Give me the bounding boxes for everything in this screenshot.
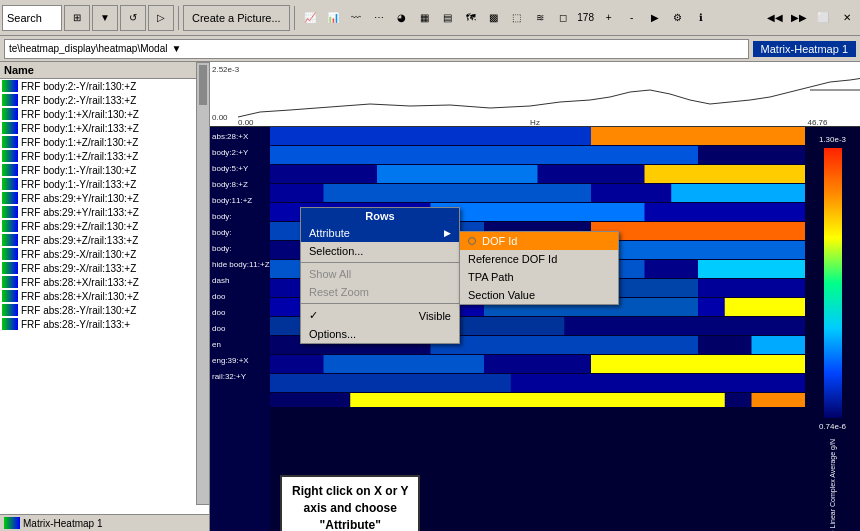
path-dropdown-icon[interactable]: ▼ bbox=[171, 43, 181, 54]
context-menu-overlay: Rows Attribute ▶ Selection... Show All bbox=[300, 207, 460, 344]
panel-footer: Matrix-Heatmap 1 bbox=[0, 514, 209, 531]
list-item-12[interactable]: FRF abs:29:-X/rail:130:+Z bbox=[0, 247, 209, 261]
grid-view-btn[interactable]: ⊞ bbox=[64, 5, 90, 31]
list-item-0[interactable]: FRF body:2:-Y/rail:130:+Z bbox=[0, 79, 209, 93]
y-label-8: hide body:11:+Z bbox=[210, 257, 270, 273]
maximize-btn[interactable]: ⬜ bbox=[812, 7, 834, 29]
list-item-icon-14 bbox=[2, 276, 18, 288]
menu-item-reset-zoom-label: Reset Zoom bbox=[309, 286, 369, 298]
list-item-13[interactable]: FRF abs:29:-X/rail:133:+Z bbox=[0, 261, 209, 275]
list-item-17[interactable]: FRF abs:28:-Y/rail:133:+ bbox=[0, 317, 209, 331]
zoom-level-btn[interactable]: 178 bbox=[575, 7, 597, 29]
map-icon-btn[interactable]: 🗺 bbox=[460, 7, 482, 29]
scatter-icon-btn[interactable]: ⋯ bbox=[368, 7, 390, 29]
list-item-8[interactable]: FRF abs:29:+Y/rail:130:+Z bbox=[0, 191, 209, 205]
rows-menu-title: Rows bbox=[301, 208, 459, 224]
zoom-out-btn[interactable]: - bbox=[621, 7, 643, 29]
annotation-box: Right click on X or Y axis and choose "A… bbox=[280, 475, 420, 531]
submenu-item-section-value[interactable]: Section Value bbox=[460, 286, 618, 304]
svg-rect-35 bbox=[270, 374, 511, 392]
heatmap-main[interactable]: rail:130:+Z rail:133:+Z Right click on X… bbox=[270, 127, 805, 531]
dropdown-arrow-btn[interactable]: ▼ bbox=[92, 5, 118, 31]
y-label-4: body:11:+Z bbox=[210, 193, 270, 209]
list-item-label-16: FRF abs:28:-Y/rail:130:+Z bbox=[21, 305, 136, 316]
path-box[interactable]: te\heatmap_display\heatmap\Modal ▼ bbox=[4, 39, 749, 59]
freq-hz-label: Hz bbox=[530, 118, 540, 126]
play-btn[interactable]: ▶ bbox=[644, 7, 666, 29]
list-item-9[interactable]: FRF abs:29:+Y/rail:133:+Z bbox=[0, 205, 209, 219]
svg-rect-10 bbox=[671, 184, 805, 202]
scrollbar-thumb[interactable] bbox=[199, 65, 207, 105]
list-item-3[interactable]: FRF body:1:+X/rail:133:+Z bbox=[0, 121, 209, 135]
heatmap-container: abs:28:+Xbody:2:+Ybody:5:+Ybody:8:+Zbody… bbox=[210, 127, 860, 531]
bar-chart-icon-btn[interactable]: 📊 bbox=[322, 7, 344, 29]
list-item-7[interactable]: FRF body:1:-Y/rail:133:+Z bbox=[0, 177, 209, 191]
list-item-5[interactable]: FRF body:1:+Z/rail:133:+Z bbox=[0, 149, 209, 163]
3d-icon-btn[interactable]: ◻ bbox=[552, 7, 574, 29]
heatmap-icon-btn[interactable]: ▩ bbox=[483, 7, 505, 29]
y-label-9: dash bbox=[210, 273, 270, 289]
list-item-icon-3 bbox=[2, 122, 18, 134]
svg-rect-37 bbox=[350, 393, 725, 407]
scrollbar-vertical[interactable] bbox=[196, 62, 210, 505]
nav-left-btn[interactable]: ◀◀ bbox=[764, 7, 786, 29]
list-item-icon-13 bbox=[2, 262, 18, 274]
toolbar-icons: 📈 📊 〰 ⋯ ◕ ▦ ▤ 🗺 ▩ ⬚ ≋ ◻ 178 + - ▶ ⚙ ℹ bbox=[299, 7, 712, 29]
colorbar-bottom-label: 0.74e-6 bbox=[819, 422, 846, 431]
submenu-item-dof-id[interactable]: DOF Id bbox=[460, 232, 618, 250]
list-item-11[interactable]: FRF abs:29:+Z/rail:133:+Z bbox=[0, 233, 209, 247]
list-item-icon-5 bbox=[2, 150, 18, 162]
list-item-label-13: FRF abs:29:-X/rail:133:+Z bbox=[21, 263, 136, 274]
waterfall-icon-btn[interactable]: ≋ bbox=[529, 7, 551, 29]
refresh-btn[interactable]: ↺ bbox=[120, 5, 146, 31]
area-chart-icon-btn[interactable]: 〰 bbox=[345, 7, 367, 29]
main-content: Name FRF body:2:-Y/rail:130:+ZFRF body:2… bbox=[0, 62, 860, 531]
list-item-15[interactable]: FRF abs:28:+X/rail:130:+Z bbox=[0, 289, 209, 303]
pie-icon-btn[interactable]: ◕ bbox=[391, 7, 413, 29]
heatmap-y-labels: abs:28:+Xbody:2:+Ybody:5:+Ybody:8:+Zbody… bbox=[210, 127, 270, 531]
menu-item-visible-label: Visible bbox=[419, 310, 451, 322]
submenu-item-ref-dof-id-label: Reference DOF Id bbox=[468, 253, 557, 265]
path-text: te\heatmap_display\heatmap\Modal bbox=[9, 43, 167, 54]
list-item-2[interactable]: FRF body:1:+X/rail:130:+Z bbox=[0, 107, 209, 121]
panel-list[interactable]: FRF body:2:-Y/rail:130:+ZFRF body:2:-Y/r… bbox=[0, 79, 209, 514]
annotation-line1: Right click on X or Y bbox=[292, 483, 408, 500]
list-item-16[interactable]: FRF abs:28:-Y/rail:130:+Z bbox=[0, 303, 209, 317]
menu-item-options[interactable]: Options... bbox=[301, 325, 459, 343]
histogram-icon-btn[interactable]: ▦ bbox=[414, 7, 436, 29]
settings-icon-btn[interactable]: ⚙ bbox=[667, 7, 689, 29]
freq-line bbox=[238, 77, 860, 117]
zoom-in-btn[interactable]: + bbox=[598, 7, 620, 29]
contour-icon-btn[interactable]: ⬚ bbox=[506, 7, 528, 29]
search-label: Search bbox=[7, 12, 42, 24]
table-icon-btn[interactable]: ▤ bbox=[437, 7, 459, 29]
menu-item-attribute[interactable]: Attribute ▶ bbox=[301, 224, 459, 242]
close-icon-btn[interactable]: ✕ bbox=[836, 7, 858, 29]
info-icon-btn[interactable]: ℹ bbox=[690, 7, 712, 29]
svg-rect-4 bbox=[270, 146, 698, 164]
menu-separator-2 bbox=[301, 303, 459, 304]
create-picture-button[interactable]: Create a Picture... bbox=[183, 5, 290, 31]
list-item-1[interactable]: FRF body:2:-Y/rail:133:+Z bbox=[0, 93, 209, 107]
list-item-14[interactable]: FRF abs:28:+X/rail:133:+Z bbox=[0, 275, 209, 289]
submenu-item-tpa-path[interactable]: TPA Path bbox=[460, 268, 618, 286]
search-box[interactable]: Search bbox=[2, 5, 62, 31]
list-item-6[interactable]: FRF body:1:-Y/rail:130:+Z bbox=[0, 163, 209, 177]
svg-rect-7 bbox=[645, 165, 806, 183]
list-item-icon-1 bbox=[2, 94, 18, 106]
nav-btn[interactable]: ▷ bbox=[148, 5, 174, 31]
menu-item-visible[interactable]: ✓ Visible bbox=[301, 306, 459, 325]
nav-right-btn[interactable]: ▶▶ bbox=[788, 7, 810, 29]
menu-item-selection[interactable]: Selection... bbox=[301, 242, 459, 260]
list-item-icon-2 bbox=[2, 108, 18, 120]
list-item-label-7: FRF body:1:-Y/rail:133:+Z bbox=[21, 179, 136, 190]
line-chart-icon-btn[interactable]: 📈 bbox=[299, 7, 321, 29]
list-item-10[interactable]: FRF abs:29:+Z/rail:130:+Z bbox=[0, 219, 209, 233]
submenu-item-ref-dof-id[interactable]: Reference DOF Id bbox=[460, 250, 618, 268]
list-item-4[interactable]: FRF body:1:+Z/rail:130:+Z bbox=[0, 135, 209, 149]
attribute-submenu: DOF Id Reference DOF Id TPA Path Section… bbox=[459, 231, 619, 305]
right-panel: 2.52e-3 0.00 0.00 Hz 46.76 abs:28:+Xbody… bbox=[210, 62, 860, 531]
freq-x-right: 46.76 bbox=[807, 118, 828, 126]
freq-x-left: 0.00 bbox=[238, 118, 254, 126]
svg-rect-25 bbox=[725, 298, 805, 316]
